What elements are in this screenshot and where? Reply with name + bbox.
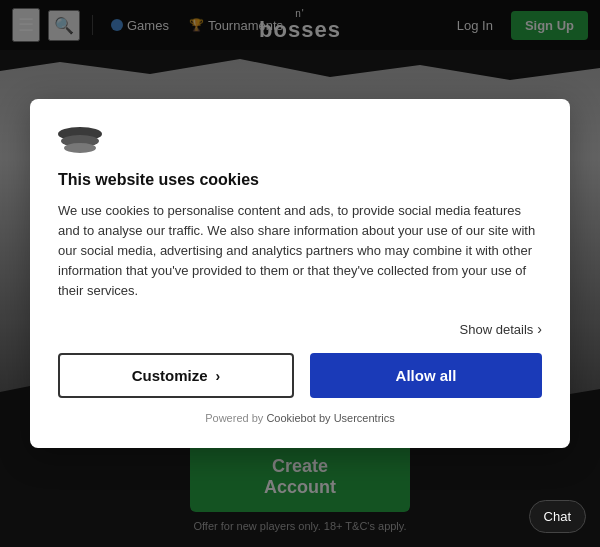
customize-label: Customize [132,367,208,384]
cookie-modal: This website uses cookies We use cookies… [30,99,570,449]
customize-chevron-icon: › [216,368,221,384]
logo-circle-3 [64,143,96,153]
cookie-title: This website uses cookies [58,171,542,189]
customize-button[interactable]: Customize › [58,353,294,398]
chevron-right-icon: › [537,321,542,337]
cookiebot-link[interactable]: Cookiebot by Usercentrics [266,412,394,424]
cookie-footer: Powered by Cookiebot by Usercentrics [58,412,542,424]
show-details-button[interactable]: Show details › [460,321,542,337]
chat-button[interactable]: Chat [529,500,586,533]
cookie-actions: Customize › Allow all [58,353,542,398]
cookie-modal-overlay: This website uses cookies We use cookies… [0,0,600,547]
cookiebot-logo [58,127,542,159]
allow-all-button[interactable]: Allow all [310,353,542,398]
show-details-label: Show details [460,322,534,337]
cookie-body: We use cookies to personalise content an… [58,201,542,302]
show-details-row: Show details › [58,321,542,337]
powered-by-text: Powered by [205,412,263,424]
cookiebot-logo-icon [58,127,102,159]
